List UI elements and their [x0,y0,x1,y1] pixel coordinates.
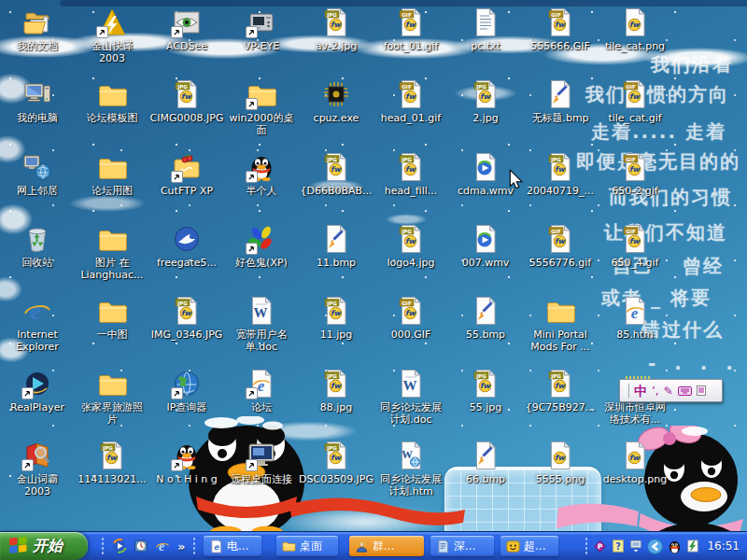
desktop-icon[interactable]: JPGfwCIMG0008.JPG [149,79,224,124]
desktop-icon[interactable]: e论坛 [224,369,299,413]
desktop-icon[interactable]: GIFfw555666.GIF [523,7,598,52]
desktop-icon[interactable]: RealPlayer [0,369,75,413]
desktop-icon[interactable]: JPGfw55.jpg [448,369,523,413]
desktop-icon[interactable]: win2000的桌 面 [224,79,299,136]
taskbar-button[interactable]: e电... [204,536,261,556]
quick-launch: e » [92,532,209,560]
desktop-icon[interactable]: ACDSee [149,7,224,52]
desktop-icon[interactable]: JPGfw{9C75B927... [523,369,598,413]
clock-app-icon[interactable] [134,539,148,553]
ime-bar[interactable]: 中 ’, ✎ [619,379,723,402]
display-settings-icon[interactable] [629,539,642,553]
desktop-icon[interactable]: 好色鬼(XP) [224,224,299,269]
desktop-icon[interactable]: 论坛用图 [75,152,149,197]
desktop-icon[interactable]: 66.bmp [448,441,523,485]
icon-label: 2.jpg [448,112,523,124]
desktop-icon[interactable]: JPGfw2.jpg [448,79,523,124]
desktop-icon[interactable]: eInternet Explorer [0,296,75,353]
desktop-icon[interactable]: 我的文档 [0,7,75,52]
desktop-icon[interactable]: 55.bmp [448,296,523,341]
desktop-icon[interactable]: e85.htm [598,296,672,341]
desktop-icon[interactable]: W同乡论坛发展 计划.doc [374,369,448,426]
taskbar-button[interactable]: 深... [430,536,494,556]
folder-open-icon [21,7,53,39]
desktop-icon[interactable]: 张家界旅游照 片 [75,369,149,426]
tray-clock[interactable]: 16:51 [707,539,740,553]
desktop-icon[interactable]: JPGfwav-2.jpg [299,7,374,52]
desktop-icon[interactable]: 网上邻居 [0,152,75,197]
desktop-icon[interactable]: 回收站 [0,224,75,269]
desktop-icon[interactable]: N o t H i n g [149,441,224,485]
desktop-icon[interactable]: 金山词霸 2003 [0,441,75,497]
desktop-icon[interactable]: fw5555.png [523,441,598,485]
quick-launch-separator[interactable] [192,537,196,555]
svg-text:JPG: JPG [550,157,561,163]
desktop-icon[interactable]: fwtile_cat.png [598,7,672,52]
desktop-icon[interactable]: GIFfwfoot_01.gif [374,7,448,52]
desktop-icon[interactable]: JPGfwDSC03509.JPG [299,441,374,485]
icon-label: tile_cat.png [598,40,672,52]
ime-pen-button[interactable]: ✎ [664,385,673,397]
icon-label: 论坛用图 [75,185,149,197]
desktop-icon[interactable]: W宽带用户名 单.doc [224,296,299,353]
desktop-icon[interactable]: JPGfwlogo4.jpg [374,224,448,269]
tray-separator[interactable] [585,537,588,555]
desktop-icon[interactable]: JPGfw{D66B0BAB... [299,152,374,197]
desktop-icon[interactable]: GIFfw650-2.gif [598,152,672,197]
desktop-icon[interactable]: GIFfwhead_01.gif [374,79,448,124]
dove-icon [171,224,203,256]
taskbar-button-label: 超... [524,539,545,554]
desktop-icon[interactable]: JPGfw114113021... [75,441,149,485]
jpg-icon: JPGfw [320,7,352,39]
desktop-icon[interactable]: fwdesktop.png [598,441,672,485]
desktop-icon[interactable]: 金山快译 2003 [75,7,149,64]
taskbar-button[interactable]: 超... [500,536,558,556]
desktop-icon[interactable]: JPGfw11.jpg [299,296,374,341]
desktop-icon[interactable]: JPGfw20040719_... [523,152,598,197]
internet-explorer-icon[interactable]: e [155,539,170,553]
ime-menu-button[interactable] [697,385,706,396]
desktop-icon[interactable]: VP-EYE [224,7,299,52]
svg-text:e: e [631,304,639,322]
media-player-icon[interactable] [112,539,127,553]
desktop-icon[interactable]: freegate5... [149,224,224,269]
desktop-icon[interactable]: cpuz.exe [299,79,374,124]
desktop-icon[interactable]: JPGfw88.jpg [299,369,374,413]
desktop-icon[interactable]: GIFfwtile_cat.gif [598,79,672,124]
icon-label: 88.jpg [299,401,374,413]
svg-text:GIF: GIF [551,12,561,18]
desktop-icon[interactable]: GIFfw650_4.gif [598,224,672,269]
desktop-icon[interactable]: Mini Portal Mods For ... [523,296,598,353]
desktop-icon[interactable]: GIFfw5556776.gif [523,224,598,269]
lightning-page-icon[interactable] [686,539,699,553]
ime-chinese-mode-button[interactable]: 中 [634,385,647,398]
desktop-icon[interactable]: W同乡论坛发展 计划.htm [374,441,448,497]
ime-phonetic-button[interactable]: ’, [652,385,659,397]
ime-drag-handle[interactable] [625,384,629,398]
desktop-icon[interactable]: JPGfwhead_fill... [374,152,448,197]
desktop-icon[interactable]: 论坛模板图 [75,79,149,124]
desktop-icon[interactable]: 007.wmv [448,224,523,269]
help-question-icon[interactable]: ? [612,539,625,553]
back-arrow-circle-icon[interactable] [647,539,663,554]
start-button[interactable]: 开始 [0,532,88,560]
quick-launch-separator[interactable] [101,537,105,555]
desktop-icon[interactable]: pc.txt [448,7,523,52]
purple-diamond-icon[interactable]: P [593,539,607,553]
desktop-icon[interactable]: 半个人 [224,152,299,197]
taskbar-button[interactable]: 群... [349,536,424,556]
desktop-icon[interactable]: CutFTP XP [149,152,224,197]
desktop-icon[interactable]: 一中图 [75,296,149,341]
ime-keyboard-icon[interactable] [678,386,692,396]
taskbar-button[interactable]: 桌面 [276,536,338,556]
desktop-icon[interactable]: 11.bmp [299,224,374,269]
desktop-icon[interactable]: IP查询器 [149,369,224,413]
chevron-more-icon[interactable]: » [177,539,185,553]
qq-messenger-icon[interactable] [668,539,682,553]
desktop-icon[interactable]: 远程桌面连接 [224,441,299,485]
desktop-icon[interactable]: 图片 在 Lianghuac... [75,224,149,281]
desktop-icon[interactable]: 我的电脑 [0,79,75,124]
desktop-icon[interactable]: 无标题.bmp [523,79,598,124]
desktop-icon[interactable]: JPGfwIMG_0346.JPG [149,296,224,341]
desktop-icon[interactable]: GIFfw000.GIF [374,296,448,341]
